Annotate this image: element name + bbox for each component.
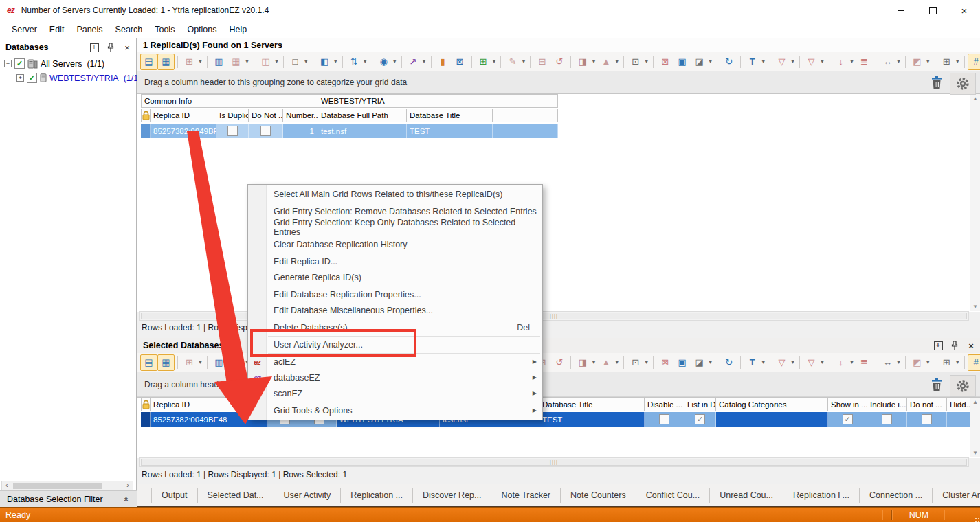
dropdown-arrow-icon[interactable]: ▼ [198, 59, 203, 64]
menu-item-aclez[interactable]: ezaclEZ▶ [248, 354, 542, 370]
pin-icon[interactable] [106, 43, 115, 52]
tab-note-tracker[interactable]: Note Tracker [491, 488, 561, 503]
close-panel-icon[interactable]: × [966, 341, 976, 350]
cell-number[interactable]: 1 [283, 124, 318, 138]
column-header-database-title[interactable]: Database Title [407, 109, 493, 122]
dropdown-arrow-icon[interactable]: ▼ [591, 59, 596, 64]
column-header-replica-id[interactable]: Replica ID [151, 109, 216, 122]
grid-lines-button[interactable]: ▦ [227, 54, 245, 70]
expand-panel-icon[interactable]: + [89, 43, 99, 52]
resize-grip[interactable] [975, 518, 977, 519]
cell-list-in-d[interactable]: ✓ [684, 412, 716, 427]
cell-blank[interactable] [493, 124, 558, 138]
checkbox[interactable] [922, 414, 932, 424]
grid-lines-button[interactable]: ▦ [227, 354, 245, 371]
apply-changes-button[interactable]: ⊞ [475, 54, 492, 70]
delete-rows-button[interactable] [931, 76, 943, 92]
column-header-database-full-path[interactable]: Database Full Path [318, 109, 407, 122]
dropdown-arrow-icon[interactable]: ▼ [363, 59, 368, 64]
tab-cluster-anal[interactable]: Cluster Anal... [933, 488, 980, 503]
checkbox[interactable] [882, 414, 892, 424]
dropdown-arrow-icon[interactable]: ▼ [492, 59, 497, 64]
dropdown-arrow-icon[interactable]: ▼ [708, 59, 713, 64]
column-header-show-in[interactable]: Show in ... [828, 398, 867, 411]
checkbox[interactable] [659, 414, 669, 424]
column-header-is-duplic[interactable]: Is Duplic... [216, 109, 249, 122]
tree-expander-icon[interactable]: − [4, 60, 12, 67]
save-tools-button[interactable]: ◪ [691, 354, 708, 371]
sidebar-hscrollbar[interactable]: ‹ › [1, 481, 133, 490]
menu-help[interactable]: Help [223, 21, 254, 38]
focus-button[interactable]: ⊡ [627, 54, 644, 70]
column-header-list-in-d[interactable]: List in D... [684, 398, 716, 411]
dropdown-arrow-icon[interactable]: ▼ [644, 360, 649, 365]
dropdown-arrow-icon[interactable]: ▼ [521, 59, 526, 64]
cell-is-duplic[interactable] [216, 124, 249, 138]
reload-button[interactable]: ↻ [720, 354, 737, 371]
tab-conflict-cou[interactable]: Conflict Cou... [636, 488, 711, 503]
tree-checkbox[interactable]: ✓ [27, 73, 37, 83]
tab-note-counters[interactable]: Note Counters [561, 488, 636, 503]
dropdown-arrow-icon[interactable]: ▼ [896, 59, 901, 64]
maximize-button[interactable] [917, 0, 948, 21]
cell-catalog-categories[interactable] [716, 412, 828, 427]
tree-checkbox[interactable]: ✓ [14, 58, 25, 69]
cell-database-title[interactable]: TEST [539, 412, 645, 427]
cell-replica-id[interactable]: 85257382:0049BF48 [151, 124, 216, 138]
tree-item-all-servers[interactable]: −✓All Servers(1/1) [0, 56, 136, 71]
filter-selected-button[interactable]: ▽ [803, 354, 820, 371]
menu-item-delete-database-s[interactable]: Delete Database(s)Del [248, 319, 542, 335]
grouping-button[interactable]: ⊞ [181, 54, 198, 70]
close-panel-icon[interactable]: × [122, 43, 132, 52]
column-header-blank[interactable] [141, 109, 151, 122]
filter-button[interactable]: ▽ [773, 54, 790, 70]
undo-row-button[interactable]: ↺ [550, 54, 568, 70]
dropdown-arrow-icon[interactable]: ▼ [591, 360, 596, 365]
undo-row-button[interactable]: ↺ [550, 354, 568, 371]
cell-show-in[interactable]: ✓ [828, 412, 867, 427]
scroll-right-icon[interactable]: › [123, 482, 133, 489]
format-painter-button[interactable]: ◩ [909, 354, 926, 371]
dropdown-arrow-icon[interactable]: ▼ [820, 360, 825, 365]
cell-database-full-path[interactable]: test.nsf [318, 124, 407, 138]
pin-icon[interactable] [950, 341, 959, 350]
discard-refresh-button[interactable]: ⊠ [656, 54, 673, 70]
grouping-button[interactable]: ⊞ [181, 354, 198, 371]
menu-item-databaseez[interactable]: ezdatabaseEZ▶ [248, 370, 542, 385]
number-format-button[interactable]: # [968, 354, 980, 371]
refresh-grid-button[interactable]: ▣ [673, 54, 691, 70]
group-header-webtest-ytria[interactable]: WEBTEST/YTRIA [318, 94, 558, 108]
cell-database-title[interactable]: TEST [407, 124, 493, 138]
column-width-button[interactable]: ↔ [879, 54, 896, 70]
dropdown-arrow-icon[interactable]: ▼ [274, 59, 279, 64]
checkbox[interactable] [227, 126, 238, 136]
dropdown-arrow-icon[interactable]: ▼ [955, 360, 960, 365]
chart-settings-button[interactable]: ⊠ [452, 54, 469, 70]
cell-do-not[interactable] [249, 124, 283, 138]
close-button[interactable]: × [948, 0, 980, 21]
freeze-columns-button[interactable]: ◫ [257, 54, 274, 70]
view-rows-button[interactable]: ▤ [140, 54, 157, 70]
dropdown-arrow-icon[interactable]: ▼ [820, 59, 825, 64]
menu-item-edit-database-miscellaneous-properties[interactable]: Edit Database Miscellaneous Properties..… [248, 302, 542, 318]
chart-button[interactable]: ▮ [434, 54, 452, 70]
copy-button[interactable]: ◧ [316, 54, 333, 70]
dropdown-arrow-icon[interactable]: ▼ [614, 59, 619, 64]
menu-item-user-activity-analyzer[interactable]: User Activity Analyzer... [248, 337, 542, 352]
dropdown-arrow-icon[interactable]: ▼ [790, 59, 795, 64]
number-format-button[interactable]: # [968, 54, 980, 70]
merge-button[interactable]: ⊞ [938, 354, 955, 371]
selected-grid-vscrollbar[interactable]: ▲ ▼ [970, 398, 980, 457]
view-grid-button[interactable]: ▦ [157, 354, 175, 371]
menu-item-scanez[interactable]: ezscanEZ▶ [248, 385, 542, 401]
tab-user-activity[interactable]: User Activity [274, 488, 342, 503]
dropdown-arrow-icon[interactable]: ▼ [392, 59, 397, 64]
hierarchy-button[interactable]: ▲ [597, 54, 614, 70]
focus-button[interactable]: ⊡ [627, 354, 644, 371]
reload-button[interactable]: ↻ [720, 54, 737, 70]
checkbox[interactable]: ✓ [695, 414, 705, 424]
menu-tools[interactable]: Tools [148, 21, 181, 38]
menu-item-grid-entry-selection-keep-only-databases-related-to-selected-entries[interactable]: Grid Entry Selection: Keep Only Database… [248, 219, 542, 235]
scroll-down-icon[interactable]: ▼ [972, 302, 978, 311]
column-visibility-button[interactable]: ▥ [210, 54, 227, 70]
